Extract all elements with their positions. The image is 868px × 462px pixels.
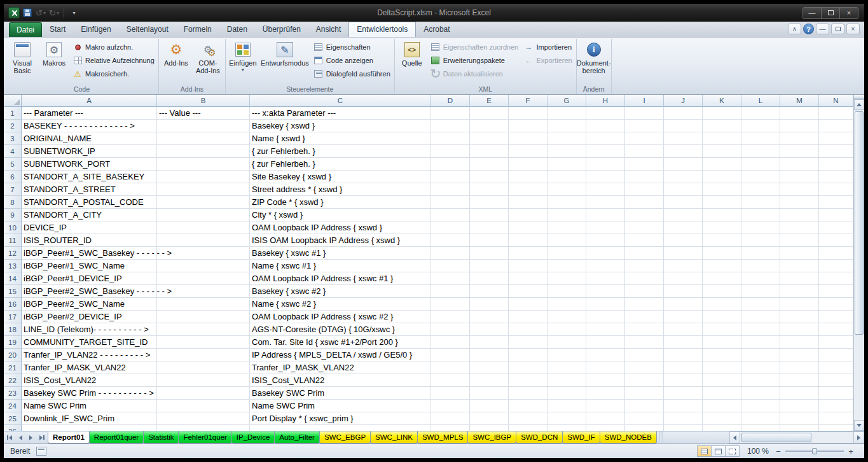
row-header-15[interactable]: 15	[4, 285, 22, 298]
scroll-left-button[interactable]	[729, 431, 740, 444]
cell-N17[interactable]	[819, 311, 853, 323]
cell-L6[interactable]	[741, 171, 780, 183]
column-header-H[interactable]: H	[586, 95, 625, 107]
cell-H21[interactable]	[586, 361, 625, 374]
cell-D26[interactable]	[431, 425, 470, 431]
cell-H8[interactable]	[586, 196, 625, 209]
cell-A4[interactable]: SUBNETWORK_IP	[22, 145, 157, 158]
cell-K16[interactable]	[703, 298, 741, 311]
cell-A19[interactable]: COMMUNITY_TARGET_SITE_ID	[22, 336, 157, 349]
cell-G5[interactable]	[548, 158, 586, 171]
cell-M1[interactable]	[780, 107, 819, 120]
cell-M8[interactable]	[780, 196, 819, 209]
cell-F6[interactable]	[509, 171, 548, 183]
cell-K2[interactable]	[703, 120, 741, 132]
cell-I11[interactable]	[625, 234, 664, 247]
cell-I9[interactable]	[625, 209, 664, 221]
sheet-tab-Report01[interactable]: Report01	[48, 431, 90, 444]
redo-button[interactable]: ↻▾	[48, 6, 60, 19]
cell-N8[interactable]	[819, 196, 853, 209]
cell-N4[interactable]	[819, 145, 853, 158]
cell-H23[interactable]	[586, 387, 625, 400]
macro-security-button[interactable]: ⚠ Makrosicherh.	[71, 68, 156, 80]
cell-G2[interactable]	[548, 120, 586, 132]
cell-N20[interactable]	[819, 349, 853, 361]
cell-D3[interactable]	[431, 132, 470, 145]
horizontal-scroll-track[interactable]	[740, 431, 853, 444]
cell-B21[interactable]	[157, 361, 250, 374]
cell-E11[interactable]	[470, 234, 509, 247]
cell-E21[interactable]	[470, 361, 509, 374]
column-header-J[interactable]: J	[664, 95, 703, 107]
cell-M4[interactable]	[780, 145, 819, 158]
cell-N2[interactable]	[819, 120, 853, 132]
cell-J24[interactable]	[664, 400, 703, 412]
cell-K14[interactable]	[703, 272, 741, 285]
cell-J2[interactable]	[664, 120, 703, 132]
cell-C21[interactable]: Tranfer_IP_MASK_VLAN22	[250, 361, 431, 374]
cell-A9[interactable]: STANDORT_A_CITY	[22, 209, 157, 221]
cell-A25[interactable]: Downlink_IF_SWC_Prim	[22, 412, 157, 425]
cell-I15[interactable]	[625, 285, 664, 298]
cell-H1[interactable]	[586, 107, 625, 120]
cell-K4[interactable]	[703, 145, 741, 158]
cell-A7[interactable]: STANDORT_A_STREET	[22, 183, 157, 196]
cell-K3[interactable]	[703, 132, 741, 145]
cell-C26[interactable]	[250, 425, 431, 431]
cell-D7[interactable]	[431, 183, 470, 196]
cell-B13[interactable]	[157, 260, 250, 272]
cell-F4[interactable]	[509, 145, 548, 158]
cell-N24[interactable]	[819, 400, 853, 412]
cell-D8[interactable]	[431, 196, 470, 209]
cell-B4[interactable]	[157, 145, 250, 158]
ribbon-tab-überprüfen[interactable]: Überprüfen	[255, 22, 308, 37]
expansion-packs-button[interactable]: Erweiterungspakete	[429, 55, 521, 66]
cell-J26[interactable]	[664, 425, 703, 431]
scroll-up-button[interactable]	[854, 99, 864, 110]
row-header-26[interactable]: 26	[4, 425, 22, 431]
cell-J15[interactable]	[664, 285, 703, 298]
cell-G3[interactable]	[548, 132, 586, 145]
cell-L2[interactable]	[741, 120, 780, 132]
cell-F17[interactable]	[509, 311, 548, 323]
row-header-3[interactable]: 3	[4, 132, 22, 145]
cell-J4[interactable]	[664, 145, 703, 158]
cell-D17[interactable]	[431, 311, 470, 323]
cell-A10[interactable]: DEVICE_IP	[22, 221, 157, 234]
cell-C7[interactable]: Street address * { xswd }	[250, 183, 431, 196]
cell-F12[interactable]	[509, 247, 548, 260]
vertical-scroll-track[interactable]	[854, 110, 864, 420]
cell-H19[interactable]	[586, 336, 625, 349]
cell-J10[interactable]	[664, 221, 703, 234]
cell-B12[interactable]	[157, 247, 250, 260]
cell-H10[interactable]	[586, 221, 625, 234]
cell-C24[interactable]: Name SWC Prim	[250, 400, 431, 412]
cell-I7[interactable]	[625, 183, 664, 196]
cell-G10[interactable]	[548, 221, 586, 234]
cell-J16[interactable]	[664, 298, 703, 311]
cell-B11[interactable]	[157, 234, 250, 247]
cell-F20[interactable]	[509, 349, 548, 361]
cell-H13[interactable]	[586, 260, 625, 272]
cell-H7[interactable]	[586, 183, 625, 196]
cell-M11[interactable]	[780, 234, 819, 247]
cell-N18[interactable]	[819, 323, 853, 336]
cell-I12[interactable]	[625, 247, 664, 260]
cell-C11[interactable]: ISIS OAM Loopback IP Address { xswd }	[250, 234, 431, 247]
cell-M16[interactable]	[780, 298, 819, 311]
cell-K1[interactable]	[703, 107, 741, 120]
cell-K19[interactable]	[703, 336, 741, 349]
cell-B25[interactable]	[157, 412, 250, 425]
cell-M13[interactable]	[780, 260, 819, 272]
cell-L22[interactable]	[741, 374, 780, 387]
cell-L26[interactable]	[741, 425, 780, 431]
workbook-close-button[interactable]: ×	[846, 24, 860, 34]
zoom-out-button[interactable]: −	[774, 447, 783, 456]
prev-sheet-button[interactable]	[16, 433, 25, 442]
cell-C1[interactable]: --- x:akta Parameter ---	[250, 107, 431, 120]
cell-J22[interactable]	[664, 374, 703, 387]
cell-E10[interactable]	[470, 221, 509, 234]
cell-G25[interactable]	[548, 412, 586, 425]
cell-L8[interactable]	[741, 196, 780, 209]
cell-B26[interactable]	[157, 425, 250, 431]
